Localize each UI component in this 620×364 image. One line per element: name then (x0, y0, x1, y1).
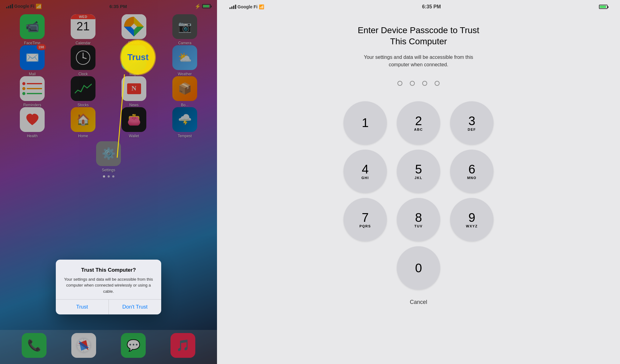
passcode-content: Enter Device Passcode to TrustThis Compu… (217, 12, 620, 364)
numpad-9[interactable]: 9 WXYZ (450, 198, 494, 241)
numpad-6[interactable]: 6 MNO (450, 150, 494, 193)
pin-dot-1 (397, 81, 402, 86)
phone-screen: Google Fi 📶 6:35 PM ⚡ 📹 FaceTime (0, 0, 217, 364)
dialog-body: Your settings and data will be accessibl… (62, 276, 155, 295)
numpad-0[interactable]: 0 (397, 246, 440, 290)
numpad: 1 2 ABC 3 DEF 4 GHI 5 JKL (341, 101, 496, 290)
battery-right (599, 5, 608, 9)
passcode-subtitle: Your settings and data will be accessibl… (353, 54, 484, 68)
dont-trust-button[interactable]: Don't Trust (109, 300, 162, 314)
trust-annotation-text: Trust (127, 52, 148, 62)
numpad-7[interactable]: 7 PQRS (343, 198, 387, 241)
passcode-title: Enter Device Passcode to TrustThis Compu… (358, 25, 479, 47)
pin-dot-4 (435, 81, 440, 86)
carrier-right: Google Fi (237, 4, 258, 9)
wifi-icon-right: 📶 (259, 4, 264, 9)
time-right: 6:35 PM (422, 4, 441, 10)
numpad-5[interactable]: 5 JKL (397, 150, 440, 193)
pin-dot-3 (422, 81, 427, 86)
numpad-3[interactable]: 3 DEF (450, 101, 494, 145)
numpad-1[interactable]: 1 (343, 101, 387, 145)
trust-annotation-circle: Trust (121, 40, 155, 74)
dialog-overlay: Trust This Computer? Your settings and d… (0, 0, 217, 364)
trust-button[interactable]: Trust (56, 300, 109, 314)
cancel-button[interactable]: Cancel (410, 299, 427, 305)
trust-dialog: Trust This Computer? Your settings and d… (56, 260, 161, 315)
dialog-title: Trust This Computer? (62, 267, 155, 273)
pin-dot-2 (410, 81, 415, 86)
numpad-4[interactable]: 4 GHI (343, 150, 387, 193)
status-bar-right: Google Fi 📶 6:35 PM (217, 0, 620, 12)
carrier-info-right: Google Fi 📶 (229, 4, 264, 9)
numpad-2[interactable]: 2 ABC (397, 101, 440, 145)
numpad-8[interactable]: 8 TUV (397, 198, 440, 241)
right-panel: Google Fi 📶 6:35 PM Enter Device Passcod… (217, 0, 620, 364)
battery-area-right (599, 5, 608, 9)
pin-dots (397, 81, 440, 86)
signal-icon-right (229, 5, 236, 9)
dialog-buttons: Trust Don't Trust (56, 299, 161, 314)
left-panel: Google Fi 📶 6:35 PM ⚡ 📹 FaceTime (0, 0, 217, 364)
